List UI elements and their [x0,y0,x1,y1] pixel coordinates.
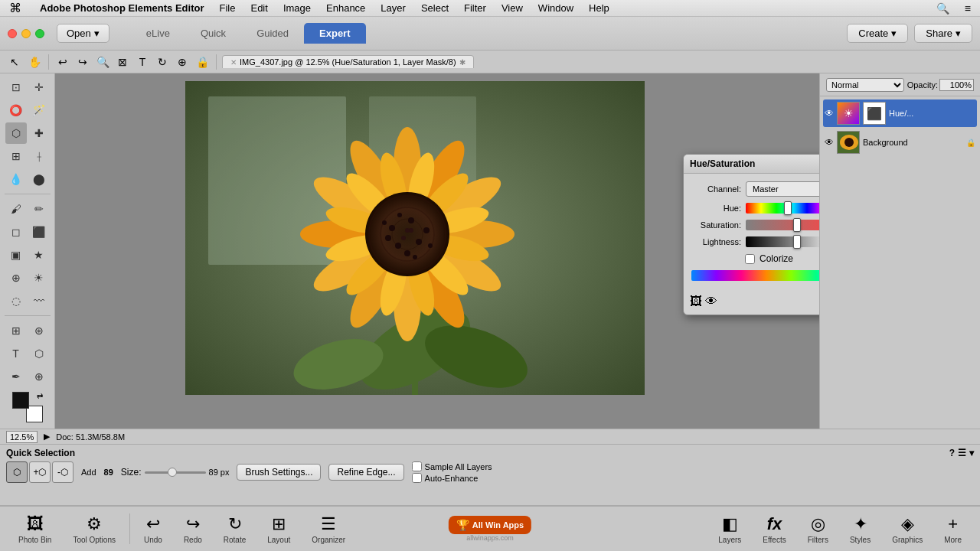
healing-tool[interactable]: ✚ [28,122,50,144]
taskbar-layout[interactable]: ⊞ Layout [256,511,301,547]
menu-image[interactable]: Image [280,2,314,15]
taskbar-tool-options[interactable]: ⚙ Tool Options [62,511,126,547]
type-tool-left[interactable]: T [5,343,27,364]
menu-window[interactable]: Window [535,2,577,15]
eraser-tool[interactable]: ◻ [5,221,27,243]
shape-tool[interactable]: ⬡ [28,343,50,364]
marquee-tool[interactable]: ⊡ [5,77,27,98]
star-tool[interactable]: ★ [28,244,50,266]
hs-eye-icon[interactable]: 👁 [705,295,717,308]
menu-help[interactable]: Help [586,2,612,15]
taskbar-undo[interactable]: ↩ Undo [133,511,173,547]
undo-toolbar[interactable]: ↩ [54,54,71,70]
hand-tool[interactable]: ✋ [26,54,43,70]
crop-tool-left[interactable]: ⊞ [5,145,27,167]
spot-heal-tool[interactable]: ⬤ [28,168,50,190]
tab-quick[interactable]: Quick [185,23,241,44]
straighten-tool[interactable]: ⟊ [28,145,50,167]
tab-guided[interactable]: Guided [241,23,304,44]
brush-tool[interactable]: 🖌 [5,198,27,220]
paint-bucket-tool[interactable]: ⬛ [28,221,50,243]
auto-enhance-checkbox[interactable] [412,473,422,483]
pencil-tool[interactable]: ✏ [28,198,50,220]
clone-tool[interactable]: ⊕ [5,267,27,289]
doc-close[interactable]: ✕ [230,58,237,67]
eyedropper-tool[interactable]: 💧 [5,168,27,190]
quick-selection-tool[interactable]: ⬡ [5,122,27,144]
lightness-thumb[interactable] [793,235,801,249]
taskbar-effects[interactable]: fx Effects [752,511,796,547]
share-button[interactable]: Share ▾ [914,24,972,43]
subtract-selection-icon[interactable]: -⬡ [52,461,74,483]
lasso-tool[interactable]: ⭕ [5,99,27,121]
new-selection-icon[interactable]: ⬡ [6,461,28,483]
menu-view[interactable]: View [498,2,526,15]
hue-thumb[interactable] [784,201,792,215]
layer-visibility-bg-icon[interactable]: 👁 [825,137,834,148]
taskbar-rotate[interactable]: ↻ Rotate [213,511,256,547]
minimize-button[interactable] [21,29,31,38]
smudge-tool[interactable]: 〰 [28,290,50,311]
taskbar-layers[interactable]: ◧ Layers [707,511,752,547]
blur-tool[interactable]: ◌ [5,290,27,311]
list-options-icon[interactable]: ☰ [958,448,966,458]
foreground-color-swatch[interactable] [12,392,29,409]
move-tool[interactable]: ✛ [28,77,50,98]
taskbar-redo[interactable]: ↪ Redo [173,511,213,547]
menu-enhance[interactable]: Enhance [323,2,368,15]
apple-menu[interactable]: ⌘ [6,0,24,16]
menu-filter[interactable]: Filter [461,2,489,15]
doc-tab[interactable]: ✕ IMG_4307.jpg @ 12.5% (Hue/Saturation 1… [222,55,474,68]
channel-select[interactable]: Master Reds Yellows Greens [746,181,819,197]
zoom-tool[interactable]: 🔍 [94,54,111,70]
open-button[interactable]: Open ▾ [57,24,109,43]
expand-icon[interactable]: ▾ [969,448,974,458]
liquify-tool[interactable]: ⊛ [28,320,50,341]
magic-wand-tool[interactable]: 🪄 [28,99,50,121]
layer-item-background[interactable]: 👁 Background 🔒 [823,129,977,156]
sample-layers-checkbox[interactable] [412,461,422,471]
eye-tool[interactable]: ⊕ [174,54,191,70]
maximize-button[interactable] [35,29,44,38]
lock-tool[interactable]: 🔒 [194,54,211,70]
layer-item-hue-sat[interactable]: 👁 ☀ ⬛ Hue/... [823,99,977,127]
crop-tool[interactable]: ⊠ [114,54,131,70]
menu-edit[interactable]: Edit [247,2,270,15]
rotate-tool[interactable]: ↻ [154,54,171,70]
colorize-checkbox[interactable] [745,254,755,264]
size-slider[interactable] [145,471,206,474]
blend-mode-select[interactable]: Normal Multiply Screen [826,78,904,92]
menu-select[interactable]: Select [418,2,452,15]
redo-toolbar[interactable]: ↪ [74,54,91,70]
taskbar-more[interactable]: + More [933,511,972,547]
cursor-tool[interactable]: ↖ [6,54,23,70]
refine-edge-button[interactable]: Refine Edge... [328,464,403,481]
tab-elive[interactable]: eLive [131,23,185,44]
taskbar-styles[interactable]: ✦ Styles [839,511,881,547]
swap-colors-icon[interactable]: ⇄ [37,392,43,400]
create-button[interactable]: Create ▾ [847,24,908,43]
taskbar-filters[interactable]: ◎ Filters [797,511,839,547]
brush-settings-button[interactable]: Brush Settings... [237,464,321,481]
dodge-tool[interactable]: ☀ [28,267,50,289]
spotlight-icon[interactable]: 🔍 [933,2,952,15]
close-button[interactable] [8,29,17,38]
pen-tool[interactable]: ✒ [5,366,27,387]
saturation-thumb[interactable] [793,218,801,232]
tab-expert[interactable]: Expert [304,23,365,44]
taskbar-organizer[interactable]: ☰ Organizer [301,511,356,547]
help-icon[interactable]: ? [949,448,955,458]
menu-layer[interactable]: Layer [377,2,409,15]
opacity-input[interactable] [939,79,974,91]
transform-tool[interactable]: ⊞ [5,320,27,341]
list-icon[interactable]: ≡ [962,2,974,15]
type-tool[interactable]: T [134,54,151,70]
taskbar-photo-bin[interactable]: 🖼 Photo Bin [8,511,62,547]
layer-visibility-icon[interactable]: 👁 [825,108,834,119]
hs-preview-icon[interactable]: 🖼 [690,295,702,308]
add-selection-icon[interactable]: +⬡ [29,461,51,483]
gradient-tool[interactable]: ▣ [5,244,27,266]
content-aware-tool[interactable]: ⊕ [28,366,50,387]
taskbar-graphics[interactable]: ◈ Graphics [881,511,933,547]
menu-file[interactable]: File [217,2,239,15]
